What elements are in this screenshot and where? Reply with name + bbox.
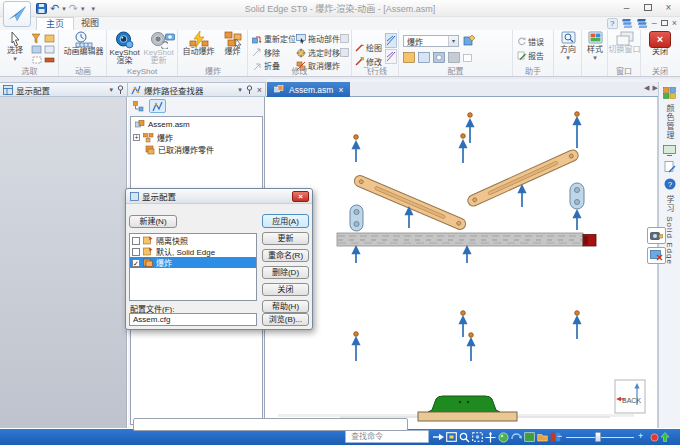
application-button[interactable] — [3, 1, 31, 27]
errors-button[interactable]: 错误 — [517, 36, 544, 47]
view-styles-icon[interactable] — [523, 431, 535, 443]
document-tab-close-icon[interactable]: × — [338, 85, 343, 95]
theme-icon[interactable] — [622, 18, 633, 29]
style-button[interactable]: 样式 ▾ — [582, 31, 608, 62]
tree-expander-icon[interactable]: + — [133, 134, 140, 141]
fit-view-icon[interactable] — [445, 431, 457, 443]
style-dropdown[interactable]: ▾ — [593, 54, 597, 62]
rotate-view-icon[interactable] — [510, 431, 522, 443]
help-button[interactable]: 帮助(H) — [262, 300, 309, 313]
config-list-item[interactable]: 默认, Solid Edge — [130, 246, 256, 257]
pathfinder-close-icon[interactable]: × — [257, 85, 262, 95]
keyshot-camera-icon[interactable] — [165, 32, 175, 41]
maximize-button[interactable] — [640, 1, 655, 14]
dialog-close-button[interactable]: × — [292, 191, 309, 202]
update-button[interactable]: 更新 — [262, 232, 309, 245]
graphics-viewport[interactable]: BACK — [266, 97, 658, 428]
config-checkbox-checked[interactable]: ✓ — [132, 259, 140, 267]
browse-button[interactable]: 浏览(B)... — [262, 313, 309, 326]
select-tools-icons[interactable] — [30, 33, 58, 65]
view-orientation-indicator[interactable]: BACK — [615, 380, 645, 413]
config-checkbox[interactable] — [132, 248, 140, 256]
dock-tab-color-manager[interactable]: 颜色管理 — [664, 104, 675, 140]
switch-window-button[interactable]: 切换窗口 — [608, 31, 641, 54]
pin-icon[interactable] — [117, 85, 124, 94]
learn-help-icon[interactable]: ? — [664, 178, 676, 190]
config-combo[interactable]: 爆炸 ▾ — [403, 35, 459, 47]
pathfinder-structure-tab[interactable] — [130, 99, 147, 113]
pivot-plate-right[interactable] — [570, 183, 584, 209]
zoom-in-icon[interactable]: + — [638, 429, 643, 443]
link-bar-right[interactable] — [466, 148, 580, 208]
animation-editor-button[interactable]: 动画编辑器 — [60, 31, 107, 56]
zoom-tool-icon[interactable] — [458, 431, 470, 443]
orientation-dropdown[interactable]: ▾ — [566, 54, 570, 62]
undo-dropdown[interactable]: ▾ — [62, 5, 66, 13]
new-config-button[interactable]: 新建(N) — [129, 215, 177, 228]
pivot-plate-left[interactable] — [350, 205, 363, 231]
doc-minimize-button[interactable]: – — [652, 18, 657, 29]
view-overrides-icon[interactable] — [536, 431, 548, 443]
pathfinder-pin-icon[interactable] — [246, 85, 253, 94]
config-actions-icons[interactable] — [403, 52, 507, 64]
report-button[interactable]: 报告 — [517, 50, 544, 61]
document-tab[interactable]: Assem.asm × — [267, 82, 350, 97]
minimize-button[interactable]: – — [619, 1, 634, 14]
auto-explode-button[interactable]: 自动爆炸 — [180, 31, 217, 56]
color-manager-icon[interactable] — [663, 87, 676, 99]
close-era-button[interactable]: × 关闭 — [645, 31, 675, 56]
launch-icon[interactable] — [659, 431, 671, 443]
modify-option-icon[interactable] — [340, 34, 349, 43]
zoom-out-icon[interactable]: − — [557, 429, 562, 443]
zoom-slider-knob[interactable] — [595, 432, 601, 442]
select-dropdown[interactable]: ▾ — [13, 55, 17, 63]
help-icon[interactable]: ? — [607, 18, 618, 29]
keyshot-render-button[interactable]: KeyShot 渲染 — [109, 31, 140, 65]
command-finder-arrow-icon[interactable] — [432, 431, 444, 443]
config-new-icon[interactable] — [463, 34, 476, 47]
tab-nav-right-icon[interactable]: ▶ — [652, 84, 657, 92]
pathfinder-dropdown-icon[interactable]: ▾ — [238, 86, 242, 94]
pan-icon[interactable] — [484, 431, 496, 443]
command-finder-input[interactable]: 查找命令 — [345, 430, 429, 443]
tree-item-unexploded[interactable]: 已取消爆炸零件 — [145, 144, 214, 155]
redo-dropdown[interactable]: ▾ — [81, 5, 85, 13]
reposition-button[interactable]: 重新定位 — [252, 33, 296, 44]
flight-modify-button[interactable]: 修改 — [355, 56, 382, 67]
config-list-item-selected[interactable]: ✓ 爆炸 — [130, 257, 256, 268]
panel-dropdown-icon[interactable]: ▾ — [109, 86, 113, 94]
delete-button[interactable]: 删除(D) — [262, 266, 309, 279]
redo-button[interactable]: ↷ — [69, 2, 78, 15]
screen-icon[interactable] — [663, 145, 676, 156]
document-edit-icon[interactable] — [664, 161, 676, 173]
remove-button[interactable]: 移除 — [252, 47, 280, 58]
qat-customize-dropdown[interactable]: ▾ — [91, 5, 95, 13]
tab-nav-left-icon[interactable]: ◀ — [644, 84, 649, 92]
flight-toggle-icons[interactable] — [385, 33, 397, 64]
tree-item-explode[interactable]: + 爆炸 — [133, 132, 173, 143]
shaded-view-icon[interactable] — [497, 431, 509, 443]
config-checkbox[interactable] — [132, 237, 140, 245]
orientation-button[interactable]: 方向 ▾ — [554, 31, 582, 62]
dialog-titlebar[interactable]: 显示配置 — [126, 189, 312, 204]
doc-restore-button[interactable] — [661, 18, 668, 29]
config-list-item[interactable]: 隔离快照 — [130, 235, 256, 246]
doc-close-button[interactable]: × — [672, 18, 677, 29]
link-bar-left[interactable] — [353, 174, 468, 231]
explode-button[interactable]: 爆炸 — [219, 31, 246, 56]
flight-draw-button[interactable]: 绘图 — [355, 42, 382, 53]
style-stack-icon[interactable] — [637, 18, 648, 29]
tab-view[interactable]: 视图 — [72, 17, 108, 30]
close-button[interactable]: × — [661, 1, 676, 14]
camera-lock-button[interactable] — [647, 227, 666, 244]
tree-item-root[interactable]: Assem.asm — [135, 120, 190, 129]
config-combo-dropdown[interactable]: ▾ — [448, 36, 458, 46]
select-button[interactable]: 选择 ▾ — [3, 31, 27, 63]
threaded-rod[interactable] — [337, 233, 596, 246]
base-part[interactable] — [418, 396, 517, 421]
apply-button[interactable]: 应用(A) — [262, 214, 309, 228]
pathfinder-paths-tab[interactable] — [149, 99, 166, 113]
zoom-area-icon[interactable] — [471, 431, 483, 443]
modify-option2-icon[interactable] — [340, 48, 349, 57]
close-view-overlay-button[interactable] — [647, 247, 666, 264]
